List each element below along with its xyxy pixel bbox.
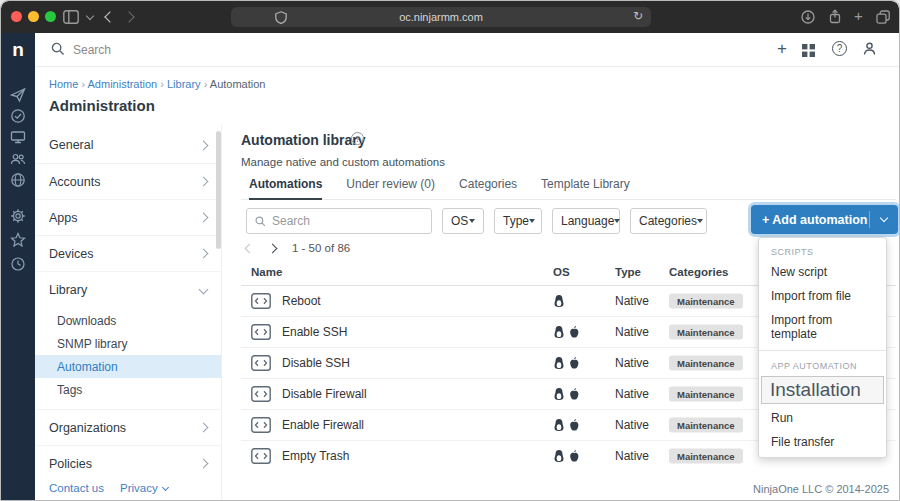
- quick-add-icon[interactable]: +: [777, 39, 787, 59]
- tab-under-review[interactable]: Under review (0): [346, 177, 435, 199]
- tab-overview-icon[interactable]: [876, 10, 890, 28]
- automation-type: Native: [615, 294, 649, 308]
- menu-section-scripts: SCRIPTS: [759, 241, 886, 260]
- type-filter-dropdown[interactable]: Type: [494, 208, 542, 234]
- app-header: Search + ?: [35, 33, 899, 67]
- contact-us-link[interactable]: Contact us: [49, 482, 104, 494]
- col-categories[interactable]: Categories: [669, 266, 728, 278]
- pagination: 1 - 50 of 86: [246, 240, 350, 256]
- admin-nav-panel: General Accounts Apps Devices Library Do…: [35, 125, 222, 501]
- users-icon[interactable]: [10, 151, 26, 167]
- sidebar-item-downloads[interactable]: Downloads: [35, 309, 221, 332]
- menu-item-import-from-template[interactable]: Import from template: [759, 308, 886, 346]
- os-icons: [553, 449, 580, 463]
- sidebar-toggle-icon[interactable]: [63, 10, 79, 28]
- sidebar-item-devices[interactable]: Devices: [35, 235, 221, 271]
- col-type[interactable]: Type: [615, 266, 641, 278]
- sidebar-item-accounts[interactable]: Accounts: [35, 163, 221, 199]
- os-icons: [553, 325, 580, 339]
- menu-item-import-from-file[interactable]: Import from file: [759, 284, 886, 308]
- downloads-icon[interactable]: [801, 10, 815, 28]
- caret-down-icon: [469, 219, 475, 223]
- reload-icon[interactable]: ↻: [633, 9, 643, 23]
- automation-type: Native: [615, 356, 649, 370]
- col-name[interactable]: Name: [251, 266, 282, 278]
- apple-icon: [568, 356, 580, 370]
- sidebar-item-general[interactable]: General: [35, 127, 221, 163]
- automation-search-input[interactable]: Search: [246, 208, 432, 234]
- send-icon[interactable]: [10, 87, 26, 103]
- sidebar-item-automation[interactable]: Automation: [35, 355, 221, 378]
- privacy-link[interactable]: Privacy: [120, 482, 168, 494]
- category-badge: Maintenance: [669, 448, 743, 463]
- menu-item-installation[interactable]: Installation: [761, 376, 884, 404]
- close-window-button[interactable]: [11, 11, 22, 22]
- sidebar-item-tags[interactable]: Tags: [35, 378, 221, 401]
- menu-item-new-script[interactable]: New script: [759, 260, 886, 284]
- add-automation-button[interactable]: + Add automation: [751, 205, 898, 234]
- add-automation-caret[interactable]: [870, 218, 898, 221]
- forward-button[interactable]: [123, 11, 134, 22]
- apple-icon: [568, 449, 580, 463]
- breadcrumb-administration[interactable]: Administration: [88, 78, 158, 90]
- category-badge: Maintenance: [669, 386, 743, 401]
- status-check-icon[interactable]: [10, 108, 26, 124]
- help-icon[interactable]: ?: [832, 41, 847, 56]
- app-window: oc.ninjarmm.com ↻ + n: [0, 0, 900, 501]
- favorites-star-icon[interactable]: [10, 232, 26, 248]
- minimize-window-button[interactable]: [28, 11, 39, 22]
- menu-section-app-automation: APP AUTOMATION: [759, 355, 886, 374]
- apple-icon: [568, 325, 580, 339]
- back-button[interactable]: [104, 11, 115, 22]
- tab-template-library[interactable]: Template Library: [541, 177, 630, 199]
- section-help-icon[interactable]: ?: [351, 132, 364, 145]
- address-bar[interactable]: oc.ninjarmm.com ↻: [231, 7, 651, 27]
- privacy-shield-icon[interactable]: [275, 11, 287, 26]
- ninjaone-logo[interactable]: n: [1, 33, 35, 66]
- nav-scrollbar-thumb[interactable]: [216, 131, 221, 249]
- zoom-window-button[interactable]: [45, 11, 56, 22]
- tab-automations[interactable]: Automations: [249, 177, 322, 200]
- global-search-input[interactable]: Search: [73, 43, 111, 57]
- sidebar-item-apps[interactable]: Apps: [35, 199, 221, 235]
- globe-icon[interactable]: [10, 172, 26, 188]
- next-page-button[interactable]: [268, 243, 278, 253]
- apps-grid-icon[interactable]: [802, 43, 815, 61]
- share-icon[interactable]: [828, 9, 842, 28]
- language-filter-dropdown[interactable]: Language: [552, 208, 620, 234]
- chevron-right-icon: [199, 177, 209, 187]
- breadcrumb-home[interactable]: Home: [49, 78, 78, 90]
- chevron-down-icon: [162, 483, 169, 490]
- sidebar-item-policies[interactable]: Policies: [35, 445, 221, 481]
- history-clock-icon[interactable]: [10, 256, 26, 272]
- settings-gear-icon[interactable]: [10, 208, 26, 224]
- new-tab-icon[interactable]: +: [854, 7, 863, 24]
- search-icon[interactable]: [51, 42, 65, 60]
- menu-item-file-transfer[interactable]: File transfer: [759, 430, 886, 454]
- tab-categories[interactable]: Categories: [459, 177, 517, 199]
- category-badge: Maintenance: [669, 324, 743, 339]
- breadcrumb-library[interactable]: Library: [167, 78, 201, 90]
- prev-page-button[interactable]: [245, 243, 255, 253]
- sidebar-item-library[interactable]: Library: [35, 271, 221, 307]
- user-account-icon[interactable]: [862, 41, 877, 60]
- os-filter-dropdown[interactable]: OS: [442, 208, 484, 234]
- categories-filter-dropdown[interactable]: Categories: [630, 208, 707, 234]
- plus-icon: +: [762, 213, 769, 227]
- chevron-right-icon: [199, 459, 209, 469]
- menu-item-run[interactable]: Run: [759, 406, 886, 430]
- col-os[interactable]: OS: [553, 266, 570, 278]
- legal-links: Contact us Privacy: [49, 482, 168, 494]
- copyright-text: NinjaOne LLC © 2014-2025: [753, 483, 889, 495]
- devices-monitor-icon[interactable]: [10, 129, 26, 145]
- sidebar-chevron-icon[interactable]: [86, 12, 94, 20]
- automation-name: Reboot: [282, 294, 321, 308]
- add-automation-menu: SCRIPTS New script Import from file Impo…: [758, 237, 887, 458]
- sidebar-item-snmp-library[interactable]: SNMP library: [35, 332, 221, 355]
- linux-icon: [553, 387, 565, 401]
- sidebar-item-organizations[interactable]: Organizations: [35, 409, 221, 445]
- automation-name: Enable SSH: [282, 325, 347, 339]
- apple-icon: [568, 418, 580, 432]
- pagination-range: 1 - 50 of 86: [292, 242, 350, 254]
- caret-down-icon: [614, 219, 620, 223]
